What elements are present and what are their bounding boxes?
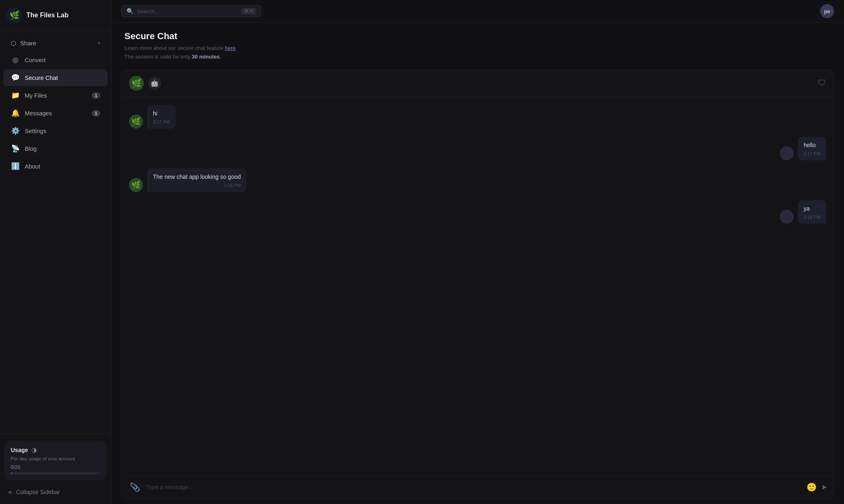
message-time: 3:18 PM <box>153 183 241 188</box>
emoji-button[interactable]: 🙂 <box>806 482 817 492</box>
message-time: 3:17 PM <box>153 120 170 124</box>
message-row: hello 3:17 PM <box>129 137 826 160</box>
chat-window-header: 🌿 🤖 🛡 <box>122 70 834 97</box>
messages-icon: 🔔 <box>11 109 20 117</box>
sidebar-item-label-settings: Settings <box>25 128 100 134</box>
chat-subtitle-post: . <box>236 45 237 51</box>
sidebar-header: 🌿 The Files Lab <box>0 0 111 31</box>
sidebar-footer: Usage ◑ Per day usage of your account 0/… <box>0 434 111 504</box>
input-area: 📎 🙂 ➤ <box>122 475 834 499</box>
usage-bar-background <box>11 472 100 474</box>
sidebar-item-messages[interactable]: 🔔 Messages 1 <box>3 105 108 122</box>
chat-subtitle-pre: Learn more about our secure chat feature <box>124 45 225 51</box>
sidebar-item-label-blog: Blog <box>25 145 100 152</box>
chat-bot-avatar: 🤖 <box>148 77 161 90</box>
chat-subtitle-link[interactable]: here <box>225 45 236 51</box>
shield-icon: 🛡 <box>818 78 826 88</box>
share-icon: ⬡ <box>11 40 16 47</box>
message-input[interactable] <box>146 482 802 492</box>
chat-session-note-pre: The session is valid for only <box>124 54 192 60</box>
message-bubble: hi 3:17 PM <box>147 105 176 129</box>
collapse-sidebar-label: Collapse Sidebar <box>16 489 60 495</box>
search-placeholder: Search... <box>137 8 159 14</box>
sidebar-item-convert[interactable]: ◎ Convert <box>3 52 108 68</box>
message-outgoing-avatar <box>780 210 794 224</box>
message-text: The new chat app looking so good <box>153 173 241 181</box>
blog-icon: 📡 <box>11 144 20 153</box>
sidebar-item-blog[interactable]: 📡 Blog <box>3 140 108 157</box>
search-shortcut: ⌘ K <box>241 8 256 14</box>
share-label: Share <box>20 40 36 47</box>
chat-window: 🌿 🤖 🛡 🌿 hi 3:17 PM hello <box>121 70 834 499</box>
usage-title: Usage <box>11 447 28 453</box>
message-time: 3:17 PM <box>804 151 821 156</box>
messages-badge: 1 <box>92 110 100 117</box>
sidebar-item-my-files[interactable]: 📁 My Files 1 <box>3 87 108 104</box>
user-avatar[interactable]: pe <box>820 4 834 18</box>
my-files-badge: 1 <box>92 92 100 99</box>
chat-session-note-post: . <box>220 54 221 60</box>
message-time: 3:18 PM <box>804 215 821 220</box>
message-row: 🌿 The new chat app looking so good 3:18 … <box>129 169 826 192</box>
search-icon: 🔍 <box>127 8 134 14</box>
usage-count: 0/20 <box>11 464 100 470</box>
secure-chat-icon: 💬 <box>11 73 20 82</box>
usage-subtitle: Per day usage of your account <box>11 456 100 461</box>
message-bubble-outgoing: ya 3:18 PM <box>798 200 826 224</box>
search-box[interactable]: 🔍 Search... ⌘ K <box>121 5 261 17</box>
app-title: The Files Lab <box>26 12 68 19</box>
about-icon: ℹ️ <box>11 162 20 171</box>
sidebar-item-secure-chat[interactable]: 💬 Secure Chat <box>3 69 108 86</box>
sidebar-item-share[interactable]: ⬡ Share ▾ <box>3 36 108 51</box>
convert-icon: ◎ <box>11 56 20 64</box>
collapse-sidebar-button[interactable]: « Collapse Sidebar <box>4 485 107 499</box>
message-bubble: The new chat app looking so good 3:18 PM <box>147 169 246 192</box>
message-row: ya 3:18 PM <box>129 200 826 224</box>
topbar: 🔍 Search... ⌘ K pe <box>111 0 844 23</box>
usage-icon: ◑ <box>31 446 37 454</box>
my-files-icon: 📁 <box>11 91 20 100</box>
chat-container: Secure Chat Learn more about our secure … <box>111 23 844 504</box>
usage-title-row: Usage ◑ <box>11 446 100 454</box>
sidebar-nav: ⬡ Share ▾ ◎ Convert 💬 Secure Chat 📁 My F… <box>0 31 111 434</box>
sidebar-item-label-my-files: My Files <box>25 92 87 99</box>
sidebar-item-label-convert: Convert <box>25 57 100 63</box>
attach-button[interactable]: 📎 <box>128 481 142 494</box>
sidebar-item-settings[interactable]: ⚙️ Settings <box>3 122 108 139</box>
message-incoming-avatar: 🌿 <box>129 115 143 129</box>
message-outgoing-avatar <box>780 146 794 160</box>
sidebar-item-label-messages: Messages <box>25 110 87 117</box>
settings-icon: ⚙️ <box>11 127 20 135</box>
message-text: ya <box>804 204 821 213</box>
collapse-sidebar-icon: « <box>8 488 12 496</box>
sidebar-item-label-about: About <box>25 163 100 170</box>
app-logo-emoji: 🌿 <box>9 10 20 20</box>
message-text: hello <box>804 141 821 150</box>
usage-card: Usage ◑ Per day usage of your account 0/… <box>4 441 107 480</box>
sidebar-item-about[interactable]: ℹ️ About <box>3 158 108 175</box>
usage-bar-fill <box>11 472 12 474</box>
topbar-right: pe <box>820 4 834 18</box>
message-bubble-outgoing: hello 3:17 PM <box>798 137 826 160</box>
message-incoming-avatar: 🌿 <box>129 178 143 192</box>
chat-title: Secure Chat <box>124 31 831 42</box>
share-chevron-icon: ▾ <box>98 40 100 46</box>
main-area: 🔍 Search... ⌘ K pe Secure Chat Learn mor… <box>111 0 844 504</box>
chat-subtitle: Learn more about our secure chat feature… <box>124 44 831 61</box>
sidebar-item-label-secure-chat: Secure Chat <box>25 75 100 81</box>
app-logo: 🌿 <box>7 7 22 23</box>
chat-participant-avatar: 🌿 <box>129 76 144 91</box>
chat-session-duration: 30 minutes <box>192 54 220 60</box>
chat-header: Secure Chat Learn more about our secure … <box>111 23 844 65</box>
send-button[interactable]: ➤ <box>821 483 827 492</box>
message-text: hi <box>153 109 170 118</box>
messages-area[interactable]: 🌿 hi 3:17 PM hello 3:17 PM 🌿 <box>122 97 834 475</box>
sidebar: 🌿 The Files Lab ⬡ Share ▾ ◎ Convert 💬 Se… <box>0 0 111 504</box>
message-row: 🌿 hi 3:17 PM <box>129 105 826 129</box>
